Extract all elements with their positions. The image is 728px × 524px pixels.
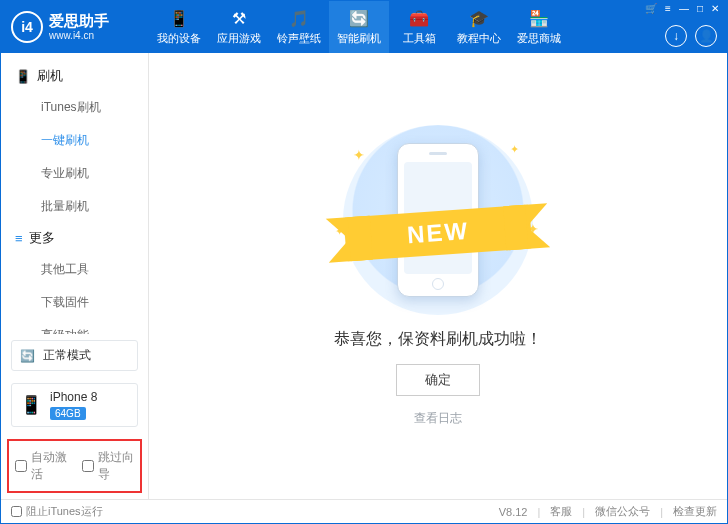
tutorial-icon: 🎓 xyxy=(469,9,489,28)
nav-label: 铃声壁纸 xyxy=(277,31,321,46)
window-controls: 🛒 ≡ — □ ✕ xyxy=(643,3,721,14)
check-update-link[interactable]: 检查更新 xyxy=(673,504,717,519)
sidebar-item-itunes-flash[interactable]: iTunes刷机 xyxy=(1,91,148,124)
device-mode-status[interactable]: 🔄 正常模式 xyxy=(11,340,138,371)
star-icon: ✦ xyxy=(353,147,365,163)
status-icon: 🔄 xyxy=(20,349,35,363)
storage-badge: 64GB xyxy=(50,407,86,420)
sidebar-item-oneclick-flash[interactable]: 一键刷机 xyxy=(1,124,148,157)
store-icon: 🏪 xyxy=(529,9,549,28)
nav-flash[interactable]: 🔄智能刷机 xyxy=(329,1,389,53)
nav-label: 应用游戏 xyxy=(217,31,261,46)
close-button[interactable]: ✕ xyxy=(709,3,721,14)
refresh-icon: 🔄 xyxy=(349,9,369,28)
section-title: 刷机 xyxy=(37,67,63,85)
nav-label: 教程中心 xyxy=(457,31,501,46)
sidebar-item-pro-flash[interactable]: 专业刷机 xyxy=(1,157,148,190)
nav-label: 工具箱 xyxy=(403,31,436,46)
confirm-button[interactable]: 确定 xyxy=(396,364,480,396)
block-itunes-checkbox[interactable]: 阻止iTunes运行 xyxy=(11,504,103,519)
success-illustration: ✦ ✦ ✦ ✦ NEW xyxy=(323,125,553,315)
phone-icon: 📱 xyxy=(15,69,31,84)
status-bar: 阻止iTunes运行 V8.12| 客服| 微信公众号| 检查更新 xyxy=(1,499,727,523)
sidebar-item-download-firmware[interactable]: 下载固件 xyxy=(1,286,148,319)
sidebar-section-more: ≡ 更多 xyxy=(1,223,148,253)
version-label: V8.12 xyxy=(499,506,528,518)
brand-name: 爱思助手 xyxy=(49,13,109,30)
checkbox-label: 阻止iTunes运行 xyxy=(26,504,103,519)
brand-logo-icon: i4 xyxy=(11,11,43,43)
nav-toolbox[interactable]: 🧰工具箱 xyxy=(389,1,449,53)
music-icon: 🎵 xyxy=(289,9,309,28)
wechat-link[interactable]: 微信公众号 xyxy=(595,504,650,519)
nav-store[interactable]: 🏪爱思商城 xyxy=(509,1,569,53)
support-link[interactable]: 客服 xyxy=(550,504,572,519)
sidebar-section-flash: 📱 刷机 xyxy=(1,61,148,91)
device-info[interactable]: 📱 iPhone 8 64GB xyxy=(11,383,138,427)
sidebar: 📱 刷机 iTunes刷机 一键刷机 专业刷机 批量刷机 ≡ 更多 其他工具 下… xyxy=(1,53,149,499)
nav-tutorial[interactable]: 🎓教程中心 xyxy=(449,1,509,53)
success-message: 恭喜您，保资料刷机成功啦！ xyxy=(334,329,542,350)
top-nav: 📱我的设备 ⚒应用游戏 🎵铃声壁纸 🔄智能刷机 🧰工具箱 🎓教程中心 🏪爱思商城 xyxy=(149,1,727,53)
nav-my-device[interactable]: 📱我的设备 xyxy=(149,1,209,53)
user-button[interactable]: 👤 xyxy=(695,25,717,47)
device-name: iPhone 8 xyxy=(50,390,97,404)
sidebar-item-other-tools[interactable]: 其他工具 xyxy=(1,253,148,286)
brand: i4 爱思助手 www.i4.cn xyxy=(1,1,149,53)
view-log-link[interactable]: 查看日志 xyxy=(414,410,462,427)
nav-label: 我的设备 xyxy=(157,31,201,46)
section-title: 更多 xyxy=(29,229,55,247)
nav-apps[interactable]: ⚒应用游戏 xyxy=(209,1,269,53)
checkbox-label: 跳过向导 xyxy=(98,449,135,483)
menu-icon: ≡ xyxy=(15,231,23,246)
nav-ringtones[interactable]: 🎵铃声壁纸 xyxy=(269,1,329,53)
menu-icon[interactable]: ≡ xyxy=(663,3,673,14)
checkbox-label: 自动激活 xyxy=(31,449,68,483)
status-label: 正常模式 xyxy=(43,347,91,364)
nav-label: 爱思商城 xyxy=(517,31,561,46)
title-bar: i4 爱思助手 www.i4.cn 📱我的设备 ⚒应用游戏 🎵铃声壁纸 🔄智能刷… xyxy=(1,1,727,53)
nav-label: 智能刷机 xyxy=(337,31,381,46)
skip-guide-checkbox[interactable]: 跳过向导 xyxy=(82,449,135,483)
device-icon: 📱 xyxy=(169,9,189,28)
auto-activate-checkbox[interactable]: 自动激活 xyxy=(15,449,68,483)
download-button[interactable]: ↓ xyxy=(665,25,687,47)
apps-icon: ⚒ xyxy=(232,9,246,28)
star-icon: ✦ xyxy=(510,143,519,156)
sidebar-item-batch-flash[interactable]: 批量刷机 xyxy=(1,190,148,223)
maximize-button[interactable]: □ xyxy=(695,3,705,14)
minimize-button[interactable]: — xyxy=(677,3,691,14)
main-content: ✦ ✦ ✦ ✦ NEW 恭喜您，保资料刷机成功啦！ 确定 查看日志 xyxy=(149,53,727,499)
toolbox-icon: 🧰 xyxy=(409,9,429,28)
cart-icon[interactable]: 🛒 xyxy=(643,3,659,14)
sidebar-item-advanced[interactable]: 高级功能 xyxy=(1,319,148,334)
phone-icon: 📱 xyxy=(20,394,42,416)
flash-options-highlight: 自动激活 跳过向导 xyxy=(7,439,142,493)
brand-url: www.i4.cn xyxy=(49,30,109,41)
